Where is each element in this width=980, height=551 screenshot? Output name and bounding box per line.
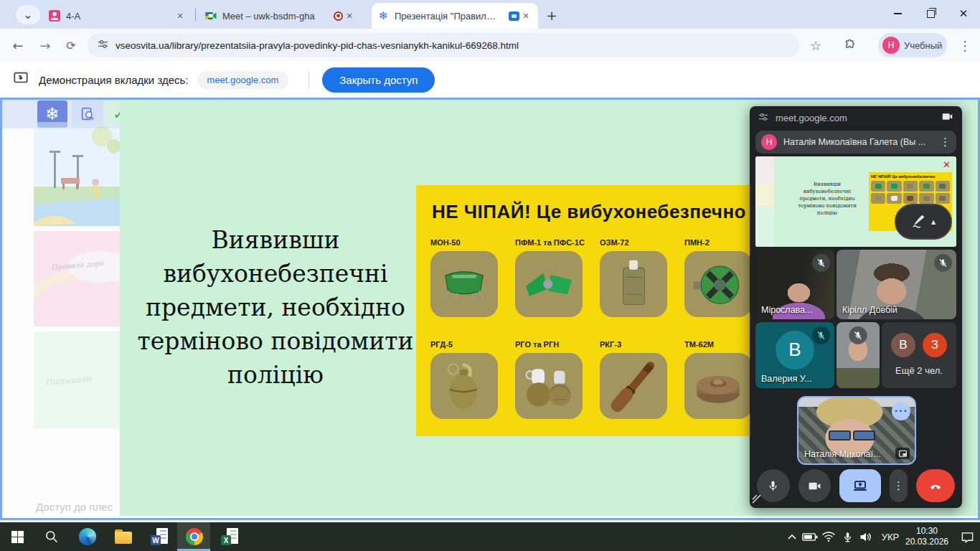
- word-icon[interactable]: W: [150, 527, 169, 546]
- mine-label: РКГ-3: [600, 340, 680, 349]
- window-close-button[interactable]: ✕: [947, 0, 980, 27]
- poster-title: НЕ ЧІПАЙ! Це вибухонебезпечно: [432, 201, 746, 223]
- address-bar[interactable]: vseosvita.ua/library/prezentatsiia-pravy…: [88, 33, 799, 57]
- tab-close-icon[interactable]: ✕: [343, 9, 356, 22]
- site-settings-icon[interactable]: [98, 39, 108, 52]
- mine-image-rgd5: [430, 353, 498, 419]
- tab-close-icon[interactable]: ✕: [519, 9, 532, 22]
- chrome-icon[interactable]: [185, 527, 204, 546]
- mine-image-tm62m: [684, 353, 752, 419]
- mic-muted-icon: [934, 254, 952, 272]
- mine-label: ПФМ-1 та ПФС-1С: [515, 238, 595, 247]
- tab-separator: [195, 9, 196, 22]
- scribble-pen-icon[interactable]: [911, 212, 927, 231]
- bookmark-star-icon[interactable]: ☆: [805, 34, 826, 56]
- battery-icon[interactable]: [801, 522, 819, 551]
- shared-screen-preview: Виявивши вибухонебезпечні предмети, необ…: [755, 156, 956, 247]
- tab-label: Презентація "Правила пов: [395, 11, 499, 22]
- tab-close-icon[interactable]: ✕: [174, 9, 187, 22]
- action-center-icon[interactable]: [957, 522, 977, 551]
- mine-label: МОН-50: [430, 238, 511, 247]
- preview-slide-text: Виявивши вибухонебезпечні предмети, необ…: [790, 181, 864, 217]
- mine-image-mon50: [430, 251, 498, 317]
- clock-time: 10:30: [916, 526, 938, 537]
- sidebar-footer-text: Доступ до плес: [36, 501, 120, 513]
- tab-presentation-active[interactable]: ❄ Презентація "Правила пов ✕: [372, 3, 538, 29]
- more-participants-tile[interactable]: В З Ещё 2 чел.: [882, 322, 956, 388]
- tab-sharing-infobar: Демонстрация вкладки здесь: meet.google.…: [0, 62, 980, 98]
- participant-name: Валерия У...: [761, 374, 811, 384]
- stop-sharing-button[interactable]: Закрыть доступ: [322, 67, 435, 93]
- camera-button[interactable]: [798, 469, 831, 502]
- slide-body-text: Виявивши вибухонебезпечні предмети, необ…: [133, 223, 418, 392]
- taskbar-clock[interactable]: 10:30 20.03.2026: [900, 522, 953, 551]
- mine-image-pfm1: [515, 251, 583, 317]
- meet-site-label: meet.google.com: [776, 113, 934, 123]
- tray-chevron-icon[interactable]: [783, 522, 801, 551]
- new-tab-button[interactable]: +: [542, 6, 561, 24]
- shared-site-pill: meet.google.com: [197, 71, 289, 89]
- tray-microphone-icon[interactable]: [838, 522, 857, 551]
- camera-icon[interactable]: [941, 110, 953, 125]
- back-button[interactable]: ←: [7, 34, 29, 56]
- participant-initial-avatar: З: [923, 333, 947, 357]
- tab-4a[interactable]: 4-A ✕: [43, 3, 192, 29]
- meet-control-bar: ⋮: [757, 469, 955, 502]
- more-participants-label: Ещё 2 чел.: [882, 365, 956, 376]
- person-favicon-icon: [49, 10, 60, 22]
- divider: [308, 70, 309, 89]
- meet-pip-overlay[interactable]: meet.google.com H Наталія Миколаївна Гал…: [750, 106, 962, 508]
- browser-menu-kebab-icon[interactable]: ⋮: [954, 34, 976, 56]
- participant-tile[interactable]: В Валерия У...: [755, 322, 834, 388]
- forward-button[interactable]: →: [34, 34, 56, 56]
- pinned-participant-row[interactable]: H Наталія Миколаївна Галета (Вы ... ⋮: [755, 131, 956, 154]
- end-call-button[interactable]: [916, 469, 955, 502]
- start-button-icon[interactable]: [8, 527, 27, 546]
- resize-handle-icon[interactable]: [751, 494, 761, 507]
- search-icon[interactable]: [42, 527, 61, 546]
- excel-icon[interactable]: X: [220, 527, 239, 546]
- annotation-tools-pill[interactable]: ▲: [895, 204, 952, 240]
- page-sidebar: ❄ ✓ Правила доро Пішоходам Доступ до: [2, 100, 120, 516]
- expand-arrow-icon[interactable]: ▲: [931, 219, 936, 225]
- microphone-button[interactable]: [757, 469, 790, 502]
- file-explorer-icon[interactable]: [114, 527, 133, 546]
- slide-thumbnail-mint[interactable]: Пішоходам: [34, 331, 120, 429]
- more-options-kebab-icon[interactable]: ⋮: [890, 469, 908, 502]
- profile-name: Учебный: [904, 40, 942, 51]
- participant-tile[interactable]: Кірілл Довбій: [837, 250, 956, 319]
- participant-tile[interactable]: [837, 322, 880, 388]
- window-restore-button[interactable]: [914, 0, 947, 27]
- self-view-tile[interactable]: ••• Наталія Миколаї...: [797, 396, 916, 465]
- window-minimize-button[interactable]: [881, 0, 914, 27]
- participant-tile[interactable]: Мірослава...: [755, 250, 834, 319]
- tab-label: 4-A: [66, 11, 168, 22]
- volume-icon[interactable]: [855, 522, 877, 551]
- tab-meet[interactable]: Meet – uwk-bsdm-gha ✕: [199, 3, 362, 29]
- extensions-icon[interactable]: [839, 34, 861, 56]
- slide-thumbnail-pink[interactable]: Правила доро: [34, 231, 120, 326]
- edge-icon[interactable]: [78, 527, 97, 546]
- reload-button[interactable]: ⟳: [60, 34, 82, 56]
- tab-search-chevron-icon[interactable]: ⌄: [16, 5, 40, 24]
- poster-item: РГД-5: [430, 340, 511, 419]
- mine-label: ОЗМ-72: [600, 238, 680, 247]
- tab-strip: ⌄ 4-A ✕ Meet – uwk-bsdm-gha ✕ ❄ Презента…: [0, 0, 980, 29]
- present-screen-button[interactable]: [839, 469, 881, 502]
- pinned-participant-name: Наталія Миколаївна Галета (Вы ...: [783, 137, 933, 147]
- avatar: H: [761, 134, 777, 150]
- screen-share-icon: [13, 70, 29, 89]
- slide-thumbnail-park[interactable]: [34, 122, 120, 226]
- profile-avatar: H: [882, 37, 900, 54]
- self-view-options-icon[interactable]: •••: [892, 402, 910, 420]
- preview-close-icon[interactable]: ✕: [943, 159, 951, 170]
- participant-menu-kebab-icon[interactable]: ⋮: [940, 136, 951, 149]
- picture-in-picture-icon[interactable]: [895, 448, 910, 459]
- mic-muted-icon: [812, 254, 830, 272]
- clock-date: 20.03.2026: [905, 537, 948, 547]
- windows-taskbar: W X УКР 10:30 20.03.2026: [0, 522, 980, 551]
- profile-chip[interactable]: H Учебный: [878, 33, 947, 57]
- url-text: vseosvita.ua/library/prezentatsiia-pravy…: [116, 40, 519, 51]
- browser-toolbar: ← → ⟳ vseosvita.ua/library/prezentatsiia…: [0, 29, 980, 62]
- wifi-icon[interactable]: [819, 522, 838, 551]
